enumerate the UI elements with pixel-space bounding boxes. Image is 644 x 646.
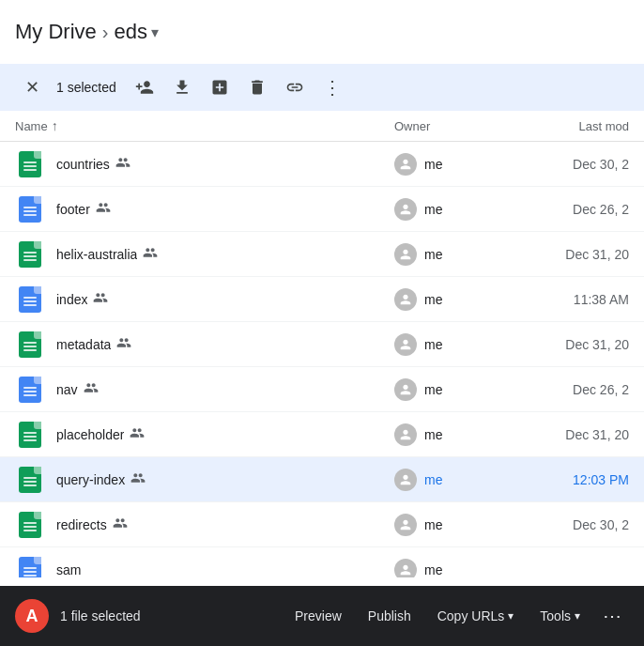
table-row[interactable]: countries me Dec 30, 2 <box>0 142 644 187</box>
add-people-button[interactable] <box>128 70 161 104</box>
delete-button[interactable] <box>240 70 274 104</box>
owner-name: me <box>424 472 442 487</box>
file-name-cell: redirects <box>56 515 394 533</box>
shared-icon <box>115 155 130 173</box>
folder-name[interactable]: eds ▾ <box>114 20 158 44</box>
owner-cell: me <box>394 198 516 221</box>
bottom-more-button[interactable]: ⋯ <box>595 599 629 633</box>
file-name-text: index <box>56 292 87 307</box>
bottom-logo: A <box>15 599 49 633</box>
file-name-cell: sam <box>56 562 394 577</box>
shared-icon <box>116 335 131 353</box>
add-to-drive-button[interactable] <box>203 70 237 104</box>
owner-cell: me <box>394 514 516 536</box>
owner-name: me <box>424 562 442 577</box>
shared-icon <box>96 200 111 218</box>
shared-icon <box>143 245 158 263</box>
file-name-cell: query-index <box>56 470 394 488</box>
file-name-text: nav <box>56 382 78 397</box>
my-drive-link[interactable]: My Drive <box>15 20 97 44</box>
shared-icon <box>113 515 128 533</box>
owner-cell: me <box>394 153 516 176</box>
file-name-cell: countries <box>56 155 394 173</box>
table-row[interactable]: footer me Dec 26, 2 <box>0 187 644 232</box>
col-modified-header[interactable]: Last mod <box>516 119 629 133</box>
file-name-cell: placeholder <box>56 425 394 443</box>
file-name-cell: index <box>56 290 394 308</box>
owner-cell: me <box>394 333 516 356</box>
header: My Drive › eds ▾ <box>0 0 644 64</box>
table-row[interactable]: nav me Dec 26, 2 <box>0 367 644 412</box>
download-button[interactable] <box>165 70 199 104</box>
file-name-cell: helix-australia <box>56 245 394 263</box>
col-name-header[interactable]: Name ↑ <box>15 118 394 133</box>
tools-button[interactable]: Tools ▾ <box>529 601 591 631</box>
table-row[interactable]: redirects me Dec 30, 2 <box>0 502 644 547</box>
file-name-text: redirects <box>56 517 107 532</box>
owner-cell: me <box>394 288 516 311</box>
file-type-icon <box>15 420 45 450</box>
modified-date: 12:03 PM <box>516 472 629 487</box>
table-row[interactable]: sam me <box>0 547 644 577</box>
modified-date: Dec 30, 2 <box>516 157 629 172</box>
selected-count-label: 1 selected <box>56 80 116 95</box>
modified-date: Dec 30, 2 <box>516 517 629 532</box>
file-type-icon <box>15 285 45 315</box>
owner-name: me <box>424 292 442 307</box>
file-name-text: placeholder <box>56 427 124 442</box>
file-type-icon <box>15 330 45 360</box>
table-row[interactable]: query-index me 12:03 PM <box>0 457 644 502</box>
table-header: Name ↑ Owner Last mod <box>0 111 644 142</box>
shared-icon <box>130 425 145 443</box>
preview-button[interactable]: Preview <box>284 601 353 631</box>
file-name-text: footer <box>56 202 90 217</box>
owner-name: me <box>424 202 442 217</box>
table-row[interactable]: placeholder me Dec 31, 20 <box>0 412 644 457</box>
file-name-text: query-index <box>56 472 125 487</box>
owner-cell: me <box>394 378 516 401</box>
get-link-button[interactable] <box>278 70 312 104</box>
file-type-icon <box>15 239 45 269</box>
file-count-label: 1 file selected <box>60 608 280 623</box>
table-row[interactable]: index me 11:38 AM <box>0 277 644 322</box>
owner-name: me <box>424 427 442 442</box>
file-name-cell: nav <box>56 380 394 398</box>
table-row[interactable]: helix-australia me Dec 31, 20 <box>0 232 644 277</box>
bottom-action-bar: A 1 file selected Preview Publish Copy U… <box>0 586 644 646</box>
file-list: countries me Dec 30, 2 footer <box>0 142 644 577</box>
file-name-text: helix-australia <box>56 247 137 262</box>
table-row[interactable]: metadata me Dec 31, 20 <box>0 322 644 367</box>
owner-name: me <box>424 382 442 397</box>
selection-toolbar: ✕ 1 selected ⋮ <box>0 64 644 111</box>
owner-cell: me <box>394 469 516 491</box>
owner-name: me <box>424 517 442 532</box>
file-type-icon <box>15 194 45 224</box>
file-type-icon <box>15 510 45 540</box>
tools-chevron-icon: ▾ <box>575 609 580 623</box>
col-owner-header[interactable]: Owner <box>394 119 516 133</box>
shared-icon <box>84 380 99 398</box>
modified-date: 11:38 AM <box>516 292 629 307</box>
file-name-text: metadata <box>56 337 111 352</box>
modified-date: Dec 31, 20 <box>516 427 629 442</box>
publish-button[interactable]: Publish <box>357 601 422 631</box>
file-type-icon <box>15 149 45 179</box>
file-name-cell: metadata <box>56 335 394 353</box>
breadcrumb-separator: › <box>102 22 109 43</box>
breadcrumb: My Drive › eds ▾ <box>15 20 159 44</box>
shared-icon <box>130 470 146 488</box>
owner-name: me <box>424 247 442 262</box>
modified-date: Dec 31, 20 <box>516 337 629 352</box>
file-type-icon <box>15 375 45 405</box>
sort-arrow-icon: ↑ <box>52 118 58 133</box>
copy-urls-button[interactable]: Copy URLs ▾ <box>426 601 526 631</box>
more-actions-button[interactable]: ⋮ <box>315 70 349 104</box>
modified-date: Dec 26, 2 <box>516 202 629 217</box>
owner-cell: me <box>394 559 516 578</box>
close-selection-button[interactable]: ✕ <box>15 70 49 104</box>
owner-cell: me <box>394 423 516 446</box>
copy-urls-chevron-icon: ▾ <box>508 609 514 623</box>
file-name-cell: footer <box>56 200 394 218</box>
owner-name: me <box>424 157 442 172</box>
chevron-down-icon: ▾ <box>151 23 159 41</box>
